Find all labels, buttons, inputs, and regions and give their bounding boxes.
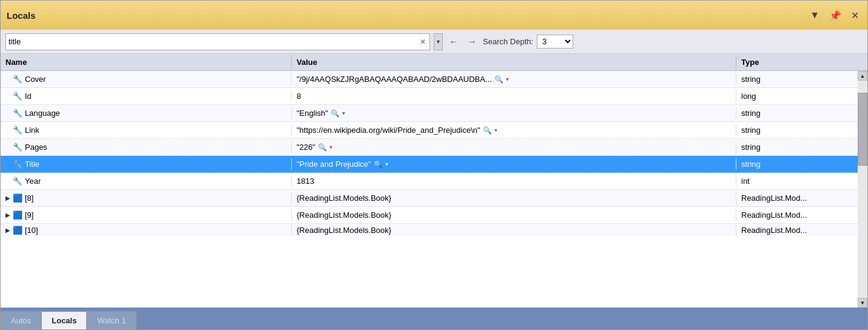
search-clear-button[interactable]: ✕ (419, 38, 427, 46)
row-value-text: 8 (297, 92, 301, 101)
wrench-icon: 🔧 (13, 75, 22, 84)
row-name-label: Id (25, 92, 32, 101)
tab-locals-label: Locals (52, 316, 76, 325)
row-type: string (736, 124, 858, 136)
wrench-icon: 🔧 (13, 177, 22, 186)
table-row[interactable]: ▶ 🟦 [9] {ReadingList.Models.Book} Readin… (1, 207, 858, 224)
tab-watch1-label: Watch 1 (97, 316, 126, 325)
row-type: string (736, 73, 858, 85)
tab-autos[interactable]: Autos (1, 311, 41, 329)
search-icon[interactable]: 🔍 (331, 109, 340, 118)
row-type: long (736, 90, 858, 102)
vertical-scrollbar: ▲ ▼ (858, 71, 867, 308)
row-name: ▶ 🟦 [9] (1, 209, 292, 221)
expand-icon[interactable]: ▶ (5, 195, 10, 201)
row-value: "Pride and Prejudice" 🔍 ▾ (292, 158, 736, 170)
wrench-icon: 🔧 (13, 126, 22, 135)
wrench-icon: 🔧 (13, 92, 22, 101)
table-row[interactable]: 🔧 Year 1813 int (1, 173, 858, 190)
tab-bar: Autos Locals Watch 1 (1, 308, 867, 329)
tab-locals[interactable]: Locals (41, 311, 87, 329)
search-back-button[interactable]: ← (446, 35, 461, 49)
chevron-down-icon[interactable]: ▾ (385, 161, 388, 167)
row-value-text: "https://en.wikipedia.org/wiki/Pride_and… (297, 126, 480, 135)
chevron-down-icon[interactable]: ▾ (342, 110, 345, 116)
row-name-label: Language (25, 109, 60, 118)
row-type: ReadingList.Mod... (736, 192, 858, 204)
wrench-icon: 🔧 (13, 109, 22, 118)
search-dropdown-button[interactable]: ▾ (434, 33, 443, 50)
search-forward-button[interactable]: → (465, 35, 479, 49)
row-type: ReadingList.Mod... (736, 224, 858, 236)
search-depth-label: Search Depth: (483, 37, 533, 46)
chevron-down-icon[interactable]: ▾ (506, 76, 509, 82)
row-type: string (736, 107, 858, 119)
search-icon[interactable]: 🔍 (494, 75, 503, 84)
row-value-text: "226" (297, 143, 315, 152)
column-header-name: Name (1, 55, 292, 69)
search-icon[interactable]: 🔍 (374, 160, 383, 169)
table-row[interactable]: ▶ 🟦 [8] {ReadingList.Models.Book} Readin… (1, 190, 858, 207)
table-rows: 🔧 Cover "/9j/4AAQSkZJRgABAQAAAQABAAD/2wB… (1, 71, 858, 308)
row-value: 8 (292, 90, 736, 102)
row-name: 🔧 Year (1, 175, 292, 187)
search-icon[interactable]: 🔍 (318, 143, 327, 152)
row-value-text: {ReadingList.Models.Book} (297, 210, 391, 220)
row-value: "226" 🔍 ▾ (292, 141, 736, 153)
expand-icon[interactable]: ▶ (5, 227, 10, 234)
tab-watch1[interactable]: Watch 1 (87, 311, 136, 329)
row-value: "/9j/4AAQSkZJRgABAQAAAQABAAD/2wBDAAUDBA.… (292, 73, 736, 85)
row-type: ReadingList.Mod... (736, 209, 858, 221)
column-header-type: Type (736, 55, 858, 69)
column-header-value: Value (292, 55, 736, 69)
row-value-text: 1813 (297, 177, 314, 186)
row-type: int (736, 175, 858, 187)
row-value: "English" 🔍 ▾ (292, 107, 736, 119)
table-header: Name Value Type (1, 54, 867, 71)
row-value-text: "English" (297, 109, 328, 118)
table-area: Name Value Type 🔧 Cover "/9j/4AAQSkZJRgA… (1, 54, 867, 308)
search-input[interactable] (8, 37, 419, 46)
row-value-text: "/9j/4AAQSkZJRgABAQAAAQABAAD/2wBDAAUDBA.… (297, 75, 492, 84)
row-name: 🔧 Title (1, 158, 292, 170)
search-input-wrapper: ✕ (5, 33, 430, 50)
table-row[interactable]: ▶ 🟦 [10] {ReadingList.Models.Book} Readi… (1, 224, 858, 236)
table-row[interactable]: 🔧 Title "Pride and Prejudice" 🔍 ▾ string (1, 156, 858, 173)
row-type: string (736, 158, 858, 170)
table-row[interactable]: 🔧 Language "English" 🔍 ▾ string (1, 105, 858, 122)
close-button[interactable]: ✕ (849, 8, 861, 22)
scrollbar-thumb[interactable] (858, 93, 867, 166)
row-name-label: [10] (25, 226, 38, 235)
search-bar: ✕ ▾ ← → Search Depth: 3 1 2 4 5 (1, 30, 867, 54)
window-title: Locals (7, 10, 36, 21)
row-name-label: Cover (25, 75, 46, 84)
row-value: 1813 (292, 175, 736, 187)
row-name-label: Year (25, 177, 41, 186)
dropdown-button[interactable]: ▼ (807, 8, 822, 22)
search-icon[interactable]: 🔍 (483, 126, 492, 135)
pin-button[interactable]: 📌 (827, 8, 844, 22)
table-row[interactable]: 🔧 Pages "226" 🔍 ▾ string (1, 139, 858, 156)
expand-icon[interactable]: ▶ (5, 212, 10, 218)
row-name: 🔧 Pages (1, 141, 292, 153)
cube-icon: 🟦 (13, 194, 22, 203)
table-row[interactable]: 🔧 Cover "/9j/4AAQSkZJRgABAQAAAQABAAD/2wB… (1, 71, 858, 88)
tab-autos-label: Autos (11, 316, 31, 325)
cube-icon: 🟦 (13, 226, 22, 235)
locals-window: Locals ▼ 📌 ✕ ✕ ▾ ← → Search Depth: 3 1 2… (0, 0, 868, 330)
title-bar-controls: ▼ 📌 ✕ (807, 8, 861, 22)
row-name-label: [8] (25, 194, 33, 203)
chevron-down-icon[interactable]: ▾ (329, 144, 332, 150)
row-name-label: Pages (25, 143, 47, 152)
title-bar: Locals ▼ 📌 ✕ (1, 1, 867, 30)
row-name: 🔧 Id (1, 90, 292, 102)
table-row[interactable]: 🔧 Id 8 long (1, 88, 858, 105)
chevron-down-icon[interactable]: ▾ (494, 127, 497, 133)
row-value-text: {ReadingList.Models.Book} (297, 226, 391, 235)
scrollbar-down-arrow[interactable]: ▼ (858, 298, 867, 308)
table-row[interactable]: 🔧 Link "https://en.wikipedia.org/wiki/Pr… (1, 122, 858, 139)
row-name: 🔧 Language (1, 107, 292, 119)
scrollbar-up-arrow[interactable]: ▲ (858, 71, 867, 81)
row-type: string (736, 141, 858, 153)
search-depth-select[interactable]: 3 1 2 4 5 (537, 35, 573, 49)
